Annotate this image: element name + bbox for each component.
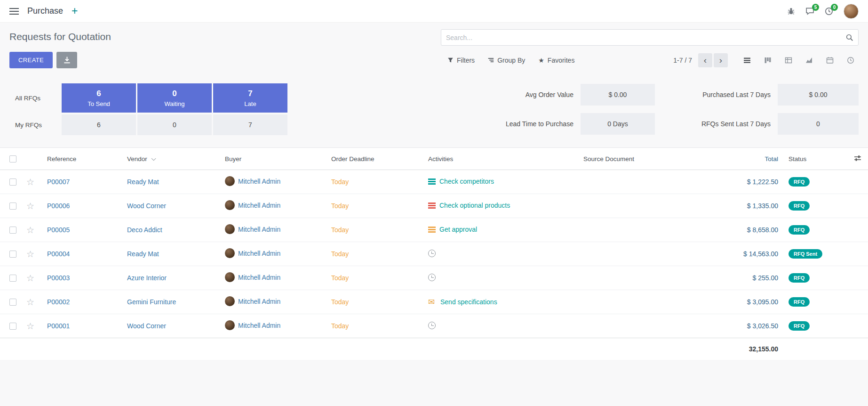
vendor-link[interactable]: Ready Mat [127, 250, 159, 258]
favorite-star-icon[interactable]: ☆ [26, 273, 34, 283]
column-header-buyer[interactable]: Buyer [221, 148, 327, 170]
rfq-row[interactable]: ☆ P00003 Azure Interior Mitchell Admin T… [0, 266, 868, 290]
select-all-checkbox[interactable] [9, 155, 16, 162]
vendor-link[interactable]: Deco Addict [127, 226, 162, 234]
vendor-link[interactable]: Azure Interior [127, 274, 167, 282]
activity-view-icon[interactable] [843, 53, 859, 67]
activity-clock-icon[interactable] [428, 274, 436, 281]
search-bar[interactable] [441, 29, 859, 46]
row-select-checkbox[interactable] [9, 275, 16, 282]
pivot-view-icon[interactable] [780, 53, 796, 67]
my-waiting-tile[interactable]: 0 [137, 114, 212, 135]
reference-link[interactable]: P00005 [47, 226, 70, 234]
activity-cell[interactable]: Check optional products [428, 202, 510, 209]
vendor-link[interactable]: Gemini Furniture [127, 298, 176, 306]
favorite-star-icon[interactable]: ☆ [26, 297, 34, 307]
activity-tasks-icon[interactable] [428, 227, 436, 233]
rfq-row[interactable]: ☆ P00005 Deco Addict Mitchell Admin Toda… [0, 218, 868, 242]
export-button[interactable] [56, 52, 77, 68]
optional-columns-icon[interactable] [847, 148, 868, 170]
tile-to-send[interactable]: 6 To Send [62, 83, 136, 113]
lead-time-value[interactable]: 0 Days [581, 113, 655, 135]
reference-link[interactable]: P00001 [47, 322, 70, 330]
buyer-link[interactable]: Mitchell Admin [238, 250, 280, 257]
favorite-star-icon[interactable]: ☆ [26, 201, 34, 211]
activity-label[interactable]: Get approval [439, 226, 477, 233]
buyer-link[interactable]: Mitchell Admin [238, 298, 280, 305]
rfq-row[interactable]: ☆ P00007 Ready Mat Mitchell Admin Today … [0, 170, 868, 194]
avg-order-value[interactable]: $ 0.00 [581, 84, 655, 106]
tile-late[interactable]: 7 Late [213, 83, 287, 113]
activity-cell[interactable] [428, 250, 439, 257]
rfqs-sent-value[interactable]: 0 [778, 113, 859, 135]
row-select-checkbox[interactable] [9, 251, 16, 258]
reference-link[interactable]: P00004 [47, 250, 70, 258]
reference-link[interactable]: P00006 [47, 202, 70, 210]
favorite-star-icon[interactable]: ☆ [26, 177, 34, 187]
row-select-checkbox[interactable] [9, 203, 16, 210]
activity-cell[interactable]: Check competitors [428, 178, 494, 185]
reference-link[interactable]: P00007 [47, 178, 70, 186]
rfq-row[interactable]: ☆ P00004 Ready Mat Mitchell Admin Today … [0, 242, 868, 266]
favorite-star-icon[interactable]: ☆ [26, 321, 34, 331]
my-to-send-tile[interactable]: 6 [62, 114, 136, 135]
debug-bug-icon[interactable] [787, 7, 795, 15]
buyer-link[interactable]: Mitchell Admin [238, 178, 280, 185]
search-icon[interactable] [845, 33, 853, 41]
column-header-reference[interactable]: Reference [43, 148, 123, 170]
rfq-row[interactable]: ☆ P00006 Wood Corner Mitchell Admin Toda… [0, 194, 868, 218]
list-view-icon[interactable] [739, 53, 755, 67]
tile-waiting[interactable]: 0 Waiting [137, 83, 212, 113]
group-by-button[interactable]: Group By [488, 57, 525, 64]
buyer-link[interactable]: Mitchell Admin [238, 202, 280, 209]
activity-clock-icon[interactable] [428, 322, 436, 329]
kanban-view-icon[interactable] [760, 53, 776, 67]
activities-clock-icon[interactable]: 0 [825, 7, 833, 16]
buyer-link[interactable]: Mitchell Admin [238, 322, 280, 329]
reference-link[interactable]: P00003 [47, 274, 70, 282]
activity-label[interactable]: Check competitors [439, 178, 494, 185]
activity-envelope-icon[interactable] [428, 298, 437, 306]
apps-menu-icon[interactable] [9, 8, 19, 15]
reference-link[interactable]: P00002 [47, 298, 70, 306]
row-select-checkbox[interactable] [9, 299, 16, 306]
filters-button[interactable]: Filters [447, 57, 475, 64]
rfq-row[interactable]: ☆ P00002 Gemini Furniture Mitchell Admin… [0, 290, 868, 314]
activity-label[interactable]: Check optional products [439, 202, 510, 209]
activity-cell[interactable]: Get approval [428, 226, 477, 233]
favorite-star-icon[interactable]: ☆ [26, 249, 34, 259]
pager-previous-button[interactable]: ‹ [698, 53, 712, 67]
activity-clock-icon[interactable] [428, 250, 436, 257]
my-late-tile[interactable]: 7 [213, 114, 287, 135]
column-header-activities[interactable]: Activities [424, 148, 580, 170]
column-header-deadline[interactable]: Order Deadline [327, 148, 424, 170]
column-header-vendor[interactable]: Vendor [123, 148, 221, 170]
activity-tasks-icon[interactable] [428, 179, 436, 185]
row-select-checkbox[interactable] [9, 323, 16, 330]
column-header-total[interactable]: Total [710, 148, 785, 170]
column-header-status[interactable]: Status [785, 148, 847, 170]
row-select-checkbox[interactable] [9, 227, 16, 234]
create-button[interactable]: CREATE [9, 52, 53, 68]
messages-icon[interactable]: 5 [805, 7, 814, 15]
user-avatar[interactable] [844, 4, 859, 19]
activity-label[interactable]: Send specifications [440, 298, 497, 306]
buyer-link[interactable]: Mitchell Admin [238, 226, 280, 233]
favorite-star-icon[interactable]: ☆ [26, 225, 34, 235]
activity-cell[interactable] [428, 274, 439, 281]
app-title[interactable]: Purchase [27, 6, 63, 16]
activity-cell[interactable]: Send specifications [428, 298, 497, 306]
graph-view-icon[interactable] [801, 53, 817, 67]
row-select-checkbox[interactable] [9, 179, 16, 186]
vendor-link[interactable]: Ready Mat [127, 178, 159, 186]
vendor-link[interactable]: Wood Corner [127, 322, 166, 330]
new-tab-plus-icon[interactable]: + [72, 6, 78, 16]
pager-next-button[interactable]: › [714, 53, 728, 67]
favorites-button[interactable]: ★ Favorites [538, 57, 574, 64]
calendar-view-icon[interactable] [822, 53, 838, 67]
buyer-link[interactable]: Mitchell Admin [238, 274, 280, 281]
activity-cell[interactable] [428, 322, 439, 329]
column-header-source[interactable]: Source Document [580, 148, 710, 170]
vendor-link[interactable]: Wood Corner [127, 202, 166, 210]
activity-tasks-icon[interactable] [428, 203, 436, 209]
